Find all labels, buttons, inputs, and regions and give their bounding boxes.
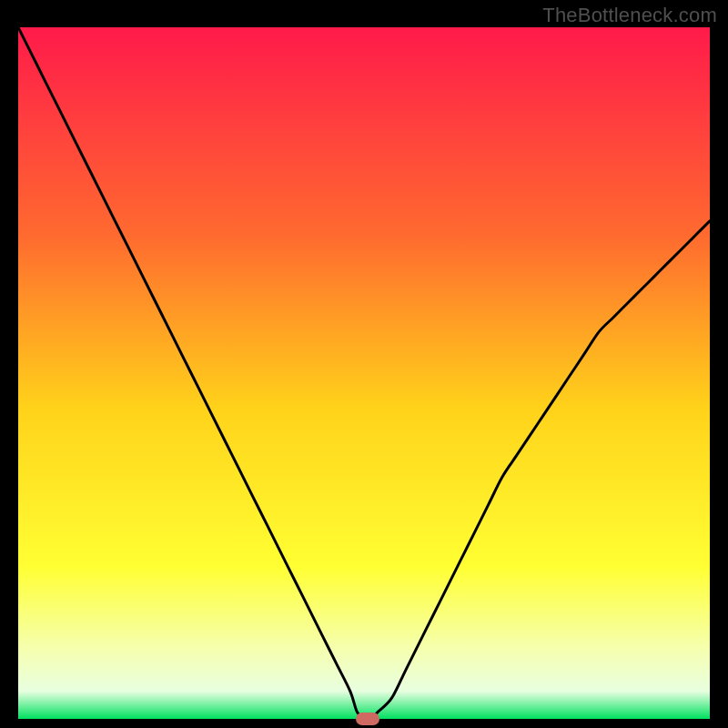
watermark-text: TheBottleneck.com [542, 4, 717, 27]
optimal-point-marker [356, 713, 379, 725]
bottleneck-chart [18, 27, 710, 719]
plot-area [18, 27, 710, 719]
gradient-background [18, 27, 710, 719]
chart-frame: TheBottleneck.com [0, 0, 728, 728]
